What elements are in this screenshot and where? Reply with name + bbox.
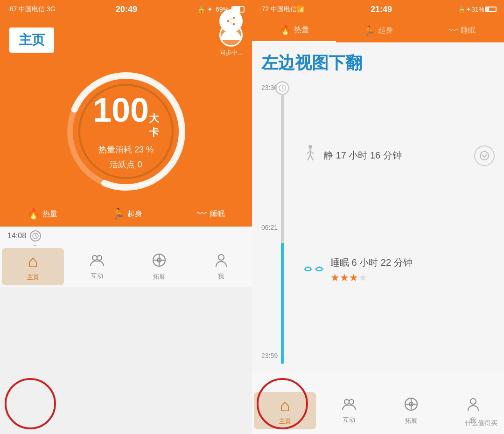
svg-point-22 [218, 255, 224, 260]
svg-point-44 [349, 400, 354, 404]
sleep-card: 睡眠 6 小时 22 分钟 ★★★★ [303, 256, 495, 284]
sleep-row: 睡眠 6 小时 22 分钟 ★★★★ [303, 256, 495, 284]
svg-point-49 [470, 399, 476, 404]
expand-icon-left [152, 253, 167, 271]
time-value-left: 14:08 [7, 232, 26, 240]
right-lock-icon: 🔒 [458, 6, 466, 13]
social-icon-right [342, 398, 357, 414]
time-label-mid: 06:21 [252, 224, 278, 231]
tab-standup-label-right: 起身 [378, 26, 393, 35]
right-title-area: 左边视图下翻 [252, 42, 504, 79]
left-battery-icon: 🔒 ✦ [197, 6, 213, 13]
nav-expand-label-right: 拓展 [405, 417, 417, 425]
right-tabs: 🔥 热量 🏃 起身 〰 睡眠 [252, 19, 504, 42]
svg-line-30 [308, 155, 310, 160]
calorie-unit: 大卡 [149, 111, 159, 139]
sleep-icon-right: 〰 [448, 25, 458, 36]
home-title-box: 主页 [9, 28, 54, 53]
activity-text: 静 17 小时 16 分钟 [324, 149, 468, 162]
red-circle-left [5, 378, 56, 429]
tab-standup-right[interactable]: 🏃 起身 [336, 19, 420, 42]
left-status-bar: -67 中国电信 3G 20:49 🔒 ✦ 69% [0, 0, 252, 19]
calorie-circle: 100 大卡 热量消耗 23 % 活跃点 0 [61, 66, 191, 197]
nav-expand-right[interactable]: 拓展 [380, 393, 442, 429]
left-bottom-nav: 14:08 ⌂ 主页 [0, 227, 252, 287]
nav-social-right[interactable]: 互动 [318, 394, 380, 428]
tab-sleep-right[interactable]: 〰 睡眠 [420, 19, 504, 42]
standup-icon: 🏃 [112, 208, 125, 220]
nav-home-label-left: 主页 [27, 273, 39, 282]
left-main-area: -67 中国电信 3G 20:49 🔒 ✦ 69% 主页 同步中... [0, 0, 252, 227]
svg-point-17 [97, 255, 102, 260]
watermark: 什么值得买 [465, 419, 497, 427]
svg-line-25 [282, 88, 284, 89]
orange-bottom-tabs: 🔥 热量 🏃 起身 〰 睡眠 [0, 201, 252, 227]
svg-line-41 [321, 267, 322, 268]
walking-icon [303, 145, 317, 166]
home-title: 主页 [19, 33, 45, 47]
tab-standup-label: 起身 [127, 209, 142, 219]
right-bt-icon: ✦ [466, 6, 471, 13]
svg-point-32 [480, 152, 489, 160]
svg-point-16 [92, 255, 97, 260]
left-signal-info: -67 中国电信 3G [7, 5, 56, 14]
calorie-percent: 热量消耗 23 % [93, 144, 159, 155]
tab-calories[interactable]: 🔥 热量 [27, 208, 57, 220]
nav-expand-left[interactable]: 拓展 [128, 249, 190, 285]
expand-icon-right [404, 397, 419, 415]
tab-calories-label: 热量 [42, 209, 57, 219]
right-panel-inner: -72 中国电信 📶 21:49 🔒 ✦ 31% 🔥 热量 🏃 起身 〰 睡眠 [252, 0, 504, 434]
tab-sleep-label: 睡眠 [210, 209, 225, 219]
time-label-bottom: 23:59 [252, 352, 278, 359]
svg-line-15 [35, 236, 37, 237]
left-header: 主页 同步中... [0, 19, 252, 62]
share-button[interactable] [219, 9, 243, 33]
clock-circle-top [275, 81, 289, 95]
left-signal: -67 中国电信 3G [7, 5, 56, 14]
svg-line-9 [230, 21, 233, 23]
tab-heat-right[interactable]: 🔥 热量 [252, 19, 336, 42]
home-icon-left: ⌂ [28, 252, 38, 271]
circle-content: 100 大卡 热量消耗 23 % 活跃点 0 [93, 93, 159, 170]
time-indicator-left: 14:08 [0, 227, 252, 245]
home-icon-right: ⌂ [280, 396, 290, 415]
nav-social-label-right: 互动 [343, 416, 355, 424]
svg-line-39 [317, 267, 317, 268]
nav-home-right[interactable]: ⌂ 主页 [254, 392, 316, 429]
timeline-area: 23:36 [252, 79, 504, 373]
svg-line-31 [310, 155, 313, 160]
nav-me-label-left: 我 [218, 272, 224, 281]
tab-sleep[interactable]: 〰 睡眠 [197, 208, 225, 220]
nav-social-left[interactable]: 互动 [66, 250, 128, 284]
left-panel: -67 中国电信 3G 20:49 🔒 ✦ 69% 主页 同步中... [0, 0, 252, 434]
fire-icon-right: 🔥 [280, 24, 291, 35]
nav-social-label-left: 互动 [91, 272, 103, 280]
nav-me-left[interactable]: 我 [190, 249, 252, 284]
time-dot [30, 230, 41, 241]
fire-icon: 🔥 [27, 208, 40, 220]
sleep-text-area: 睡眠 6 小时 22 分钟 ★★★★ [330, 256, 413, 284]
tab-standup[interactable]: 🏃 起身 [112, 208, 142, 220]
sleep-stars: ★★★★ [330, 272, 413, 284]
svg-point-26 [308, 145, 312, 149]
nav-home-left[interactable]: ⌂ 主页 [2, 248, 64, 285]
activity-card: 静 17 小时 16 分钟 [303, 145, 495, 166]
activity-points: 活跃点 0 [93, 159, 159, 170]
right-battery-bar [485, 7, 497, 12]
tab-sleep-label-right: 睡眠 [461, 26, 476, 35]
nav-home-label-right: 主页 [279, 417, 291, 426]
nav-expand-label-left: 拓展 [153, 273, 165, 281]
svg-line-36 [310, 267, 310, 268]
timeline-blue-line [281, 243, 284, 364]
me-icon-left [215, 253, 228, 270]
right-panel: -72 中国电信 📶 21:49 🔒 ✦ 31% 🔥 热量 🏃 起身 〰 睡眠 [252, 0, 504, 434]
right-main-title: 左边视图下翻 [261, 53, 362, 72]
standup-icon-right: 🏃 [364, 25, 375, 36]
expand-button[interactable] [474, 145, 495, 166]
right-wifi-icon: 📶 [297, 6, 305, 13]
left-time: 20:49 [116, 5, 137, 14]
svg-point-43 [344, 400, 349, 404]
right-status-bar: -72 中国电信 📶 21:49 🔒 ✦ 31% [252, 0, 504, 19]
time-indicator-right [252, 373, 504, 387]
right-battery: 31% [471, 6, 484, 13]
